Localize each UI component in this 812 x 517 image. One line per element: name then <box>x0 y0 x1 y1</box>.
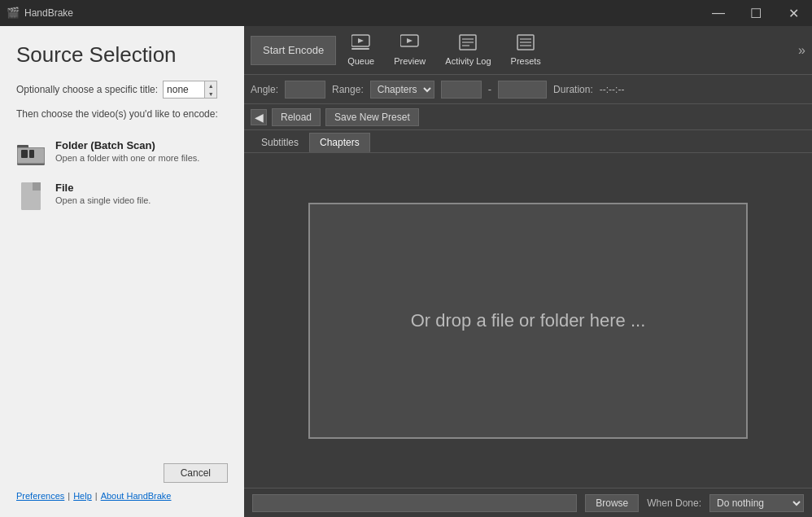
file-item-text: File Open a single video file. <box>55 182 151 205</box>
file-item-desc: Open a single video file. <box>55 195 151 205</box>
spinner-up[interactable]: ▲ <box>205 81 216 90</box>
app-icon: 🎬 <box>7 7 20 20</box>
svg-marker-12 <box>358 38 364 43</box>
range-end-input[interactable] <box>498 81 547 99</box>
separator-2: | <box>95 491 98 501</box>
svg-rect-10 <box>33 182 41 191</box>
cancel-button[interactable]: Cancel <box>164 463 228 483</box>
output-path-input[interactable] <box>252 494 577 512</box>
duration-label: Duration: <box>553 84 593 95</box>
range-dash: - <box>488 83 491 95</box>
overflow-icon[interactable]: » <box>798 43 805 58</box>
source-panel: Source Selection Optionally choose a spe… <box>0 26 244 517</box>
svg-rect-13 <box>351 48 369 50</box>
svg-marker-15 <box>407 38 413 43</box>
presets-button[interactable]: Presets <box>503 31 549 69</box>
queue-icon <box>351 34 371 55</box>
folder-item-title: Folder (Batch Scan) <box>55 139 199 151</box>
source-footer: Cancel Preferences | Help | About HandBr… <box>0 453 244 517</box>
range-label: Range: <box>332 84 364 95</box>
preset-row: ◀ Reload Save New Preset <box>244 104 812 130</box>
presets-label: Presets <box>511 56 541 66</box>
source-links: Preferences | Help | About HandBrake <box>16 491 228 501</box>
file-icon <box>16 182 46 211</box>
title-select-value: none <box>164 84 204 95</box>
activity-log-label: Activity Log <box>445 56 491 66</box>
source-title: Source Selection <box>0 26 244 77</box>
preferences-link[interactable]: Preferences <box>16 491 64 501</box>
about-link[interactable]: About HandBrake <box>101 491 172 501</box>
chapters-select[interactable]: Chapters Seconds Frames <box>370 81 434 99</box>
spinner-down[interactable]: ▼ <box>205 90 216 98</box>
angle-input[interactable] <box>285 81 325 99</box>
file-item-title: File <box>55 182 151 194</box>
queue-label: Queue <box>347 56 374 66</box>
maximize-button[interactable]: ☐ <box>737 0 775 26</box>
close-button[interactable]: ✕ <box>775 0 812 26</box>
help-link[interactable]: Help <box>73 491 92 501</box>
browse-button[interactable]: Browse <box>585 494 639 512</box>
preview-button[interactable]: Preview <box>386 31 434 69</box>
bottom-bar: Browse When Done: Do nothing Shutdown Sl… <box>244 488 812 517</box>
when-done-select[interactable]: Do nothing Shutdown Sleep Suspend Quit H… <box>709 494 804 512</box>
settings-row: Angle: Range: Chapters Seconds Frames - … <box>244 75 812 104</box>
choose-title-label: Optionally choose a specific title: <box>16 84 158 95</box>
encode-subtitle: Then choose the video(s) you'd like to e… <box>0 108 244 133</box>
drop-zone-wrapper: Or drop a file or folder here ... <box>244 153 812 488</box>
folder-item-text: Folder (Batch Scan) Open a folder with o… <box>55 139 199 163</box>
preview-icon <box>400 34 420 55</box>
preset-back-button[interactable]: ◀ <box>251 109 267 125</box>
separator-1: | <box>68 491 70 501</box>
folder-item[interactable]: Folder (Batch Scan) Open a folder with o… <box>0 133 244 175</box>
activity-log-button[interactable]: Activity Log <box>437 31 499 69</box>
range-start-input[interactable] <box>441 81 482 99</box>
activity-log-icon <box>459 34 477 55</box>
main-panel: Start Encode Queue <box>244 26 812 517</box>
drop-zone-text: Or drop a file or folder here ... <box>411 310 646 331</box>
minimize-button[interactable]: — <box>700 0 737 26</box>
title-select-box[interactable]: none ▲ ▼ <box>163 81 217 99</box>
drop-zone[interactable]: Or drop a file or folder here ... <box>308 203 748 439</box>
duration-value: --:--:-- <box>600 84 625 95</box>
folder-item-desc: Open a folder with one or more files. <box>55 153 199 163</box>
tab-subtitles[interactable]: Subtitles <box>251 133 309 152</box>
title-chooser-row: Optionally choose a specific title: none… <box>0 77 244 108</box>
presets-icon <box>517 34 535 55</box>
folder-icon <box>16 139 46 169</box>
when-done-label: When Done: <box>647 497 701 509</box>
app-body: Source Selection Optionally choose a spe… <box>0 26 812 517</box>
reload-button[interactable]: Reload <box>272 108 321 126</box>
preview-label: Preview <box>394 56 426 66</box>
svg-rect-6 <box>29 150 34 158</box>
svg-rect-5 <box>21 150 28 158</box>
file-item[interactable]: File Open a single video file. <box>0 175 244 217</box>
angle-label: Angle: <box>251 84 278 95</box>
app-title: HandBrake <box>24 7 73 19</box>
queue-button[interactable]: Queue <box>339 31 382 69</box>
tab-row: Subtitles Chapters <box>244 130 812 153</box>
toolbar: Start Encode Queue <box>244 26 812 75</box>
save-preset-button[interactable]: Save New Preset <box>325 108 419 126</box>
tab-chapters[interactable]: Chapters <box>309 133 370 152</box>
start-encode-button[interactable]: Start Encode <box>251 36 336 65</box>
title-spinner: ▲ ▼ <box>204 81 216 98</box>
title-bar: 🎬 HandBrake — ☐ ✕ <box>0 0 812 26</box>
window-controls: — ☐ ✕ <box>700 0 812 26</box>
